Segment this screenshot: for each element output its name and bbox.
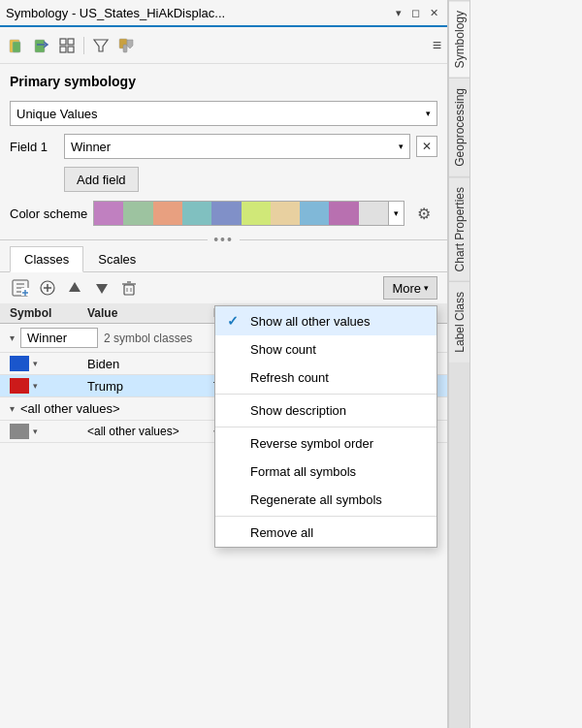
color-swatch-1 [94, 202, 123, 225]
header-symbol: Symbol [10, 306, 87, 320]
aov-symbol-cell: ▾ [10, 424, 87, 439]
aov-symbol-arrow[interactable]: ▾ [33, 427, 38, 436]
svg-rect-5 [68, 39, 74, 45]
divider: ••• [0, 233, 447, 246]
symbology-panel: Symbology - US_States_HiAkDisplac... ▾ ◻… [0, 0, 448, 728]
float-button[interactable]: ◻ [408, 7, 423, 19]
menu-item-show-all-other-values[interactable]: ✓ Show all other values [215, 306, 436, 335]
menu-item-show-count[interactable]: Show count [215, 335, 436, 364]
add-value-icon[interactable] [37, 277, 58, 299]
menu-item-regenerate-all-symbols[interactable]: Regenerate all symbols [215, 486, 436, 514]
color-settings-button[interactable]: ⚙ [410, 200, 437, 227]
add-field-button[interactable]: Add field [64, 167, 139, 192]
close-button[interactable]: ✕ [427, 7, 441, 19]
color-swatch-8 [300, 202, 329, 225]
tab-scales[interactable]: Scales [83, 246, 150, 272]
color-swatch-9 [329, 202, 358, 225]
biden-symbol-arrow[interactable]: ▾ [33, 359, 38, 368]
right-tab-label-class[interactable]: Label Class [449, 281, 469, 363]
winner-group-name[interactable]: Winner [20, 328, 98, 348]
svg-rect-29 [10, 378, 29, 394]
menu-item-label: Format all symbols [250, 464, 356, 479]
far-right-panel [469, 0, 582, 728]
move-up-icon[interactable] [64, 277, 85, 299]
more-dropdown-arrow: ▾ [424, 283, 429, 293]
svg-rect-10 [123, 45, 127, 52]
symbology-content: Primary symbology Unique Values ▾ Field … [0, 64, 447, 233]
table-toolbar: More ▾ ✓ Show all other values Show coun… [0, 272, 447, 303]
symbology-type-dropdown[interactable]: Unique Values ▾ [10, 101, 437, 126]
move-down-icon[interactable] [91, 277, 113, 299]
menu-item-remove-all[interactable]: Remove all [215, 519, 436, 547]
right-tab-geoprocessing[interactable]: Geoprocessing [449, 78, 469, 176]
aov-expand-icon[interactable]: ▾ [10, 403, 15, 414]
field1-label: Field 1 [10, 140, 58, 154]
trump-color-swatch[interactable] [10, 378, 29, 394]
menu-item-show-description[interactable]: Show description [215, 396, 436, 425]
toolbar-separator [83, 37, 84, 54]
trump-symbol-arrow[interactable]: ▾ [33, 381, 38, 391]
color-scheme-arrow[interactable]: ▾ [388, 202, 404, 225]
more-button-label: More [392, 281, 421, 296]
color-scheme-row: Color scheme ▾ ⚙ [10, 200, 437, 227]
tabs-row: Classes Scales [0, 246, 447, 272]
refresh-symbology-icon[interactable] [31, 35, 52, 56]
field1-dropdown[interactable]: Winner ▾ [64, 134, 410, 159]
delete-icon[interactable] [118, 277, 140, 299]
menu-item-label: Regenerate all symbols [250, 492, 382, 507]
aov-color-swatch[interactable] [10, 424, 29, 439]
svg-rect-1 [13, 42, 20, 52]
field1-clear-button[interactable]: ✕ [416, 136, 437, 157]
right-tab-symbology[interactable]: Symbology [449, 0, 469, 78]
biden-color-swatch[interactable] [10, 356, 29, 371]
color-swatch-10 [359, 202, 388, 225]
menu-item-label: Show description [250, 403, 346, 418]
field1-value: Winner [71, 140, 111, 154]
color-scheme-bar[interactable]: ▾ [93, 201, 404, 226]
menu-item-label: Remove all [250, 525, 313, 540]
hamburger-menu-icon[interactable]: ≡ [433, 37, 441, 54]
menu-item-label: Reverse symbol order [250, 436, 373, 451]
color-swatch-6 [242, 202, 271, 225]
checkmark-icon: ✓ [227, 313, 242, 329]
filter-icon[interactable] [90, 35, 112, 56]
aov-group-label: <all other values> [20, 401, 120, 416]
more-dropdown-menu: ✓ Show all other values Show count Refre… [214, 305, 437, 548]
color-swatch-5 [211, 202, 241, 225]
divider-line-left [0, 239, 208, 240]
color-swatch-4 [182, 202, 211, 225]
svg-rect-4 [60, 39, 66, 45]
aov-value: <all other values> [87, 425, 213, 438]
menu-item-label: Show all other values [250, 314, 371, 329]
header-value: Value [87, 306, 213, 320]
winner-expand-icon[interactable]: ▾ [10, 332, 15, 343]
menu-item-reverse-symbol-order[interactable]: Reverse symbol order [215, 429, 436, 458]
right-tabs-panel: Symbology Geoprocessing Chart Properties… [448, 0, 469, 728]
menu-item-label: Refresh count [250, 370, 329, 385]
svg-rect-23 [124, 285, 134, 295]
symbology-type-value: Unique Values [16, 107, 98, 121]
svg-rect-2 [35, 40, 45, 52]
divider-line-right [240, 239, 447, 240]
menu-item-refresh-count[interactable]: Refresh count [215, 364, 436, 392]
color-swatch-3 [153, 202, 182, 225]
color-swatch-2 [123, 202, 152, 225]
symbology-toolbar: ≡ [0, 27, 447, 64]
menu-item-format-all-symbols[interactable]: Format all symbols [215, 458, 436, 486]
menu-separator-1 [215, 394, 436, 395]
grid-icon[interactable] [56, 35, 78, 56]
layer-icon[interactable] [6, 35, 27, 56]
tab-classes[interactable]: Classes [10, 246, 83, 272]
table-add-class-icon[interactable] [10, 277, 31, 299]
panel-title: Symbology - US_States_HiAkDisplac... [6, 6, 225, 20]
menu-separator-3 [215, 516, 436, 517]
right-tab-chart-properties[interactable]: Chart Properties [449, 176, 469, 281]
paint-icon[interactable] [115, 35, 137, 56]
primary-symbology-label: Primary symbology [10, 74, 437, 89]
trump-symbol-cell: ▾ [10, 378, 87, 394]
biden-symbol-cell: ▾ [10, 356, 87, 371]
more-button[interactable]: More ▾ [383, 276, 437, 300]
svg-marker-22 [96, 284, 108, 294]
field1-arrow: ▾ [399, 142, 404, 151]
pin-button[interactable]: ▾ [393, 7, 404, 19]
